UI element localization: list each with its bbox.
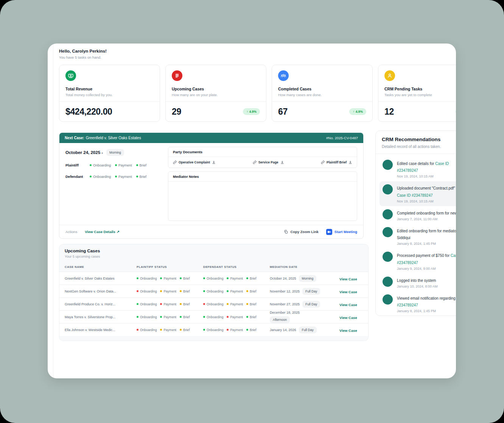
stat-cards-row: Total Revenue Total money collected by y… bbox=[59, 65, 456, 122]
link-icon bbox=[321, 160, 325, 164]
status-label: Payment bbox=[163, 315, 176, 319]
document-lines-icon bbox=[172, 70, 182, 81]
start-meeting-button[interactable]: Start Meeting bbox=[326, 229, 357, 235]
status-label: Onboarding bbox=[140, 289, 157, 293]
status-dot bbox=[90, 164, 92, 166]
copy-icon bbox=[284, 230, 288, 234]
stat-subtitle: How many are on your plate. bbox=[172, 93, 260, 97]
column-header-defendant-status: Defendant Status bbox=[203, 265, 270, 269]
party-row: Plaintiff Onboarding Payment Brief bbox=[65, 163, 164, 167]
status-label: Brief bbox=[140, 163, 147, 167]
mediation-date-cell: January 14, 2026 Full Day bbox=[270, 327, 321, 333]
defendant-status-cell: Onboarding Payment Brief bbox=[203, 277, 270, 280]
user-icon bbox=[384, 70, 395, 81]
status-dot bbox=[160, 290, 162, 292]
crm-activity-item[interactable]: Edited onboarding form for mediator Sidd… bbox=[380, 224, 456, 249]
status-dot bbox=[227, 277, 229, 279]
status-item: Brief bbox=[246, 302, 256, 306]
status-label: Payment bbox=[230, 277, 243, 280]
status-dot bbox=[203, 290, 205, 292]
party-documents-row: Operative Complaint Service Page Plainti… bbox=[168, 157, 357, 168]
status-item: Payment bbox=[160, 277, 176, 280]
status-label: Onboarding bbox=[207, 289, 223, 293]
next-case-banner: Next Case: Greenfield v. Silver Oaks Est… bbox=[59, 133, 363, 143]
status-dot bbox=[115, 164, 117, 166]
defendant-status-cell: Onboarding Payment Brief bbox=[203, 289, 270, 293]
crm-activity-text: Edited case details for Case ID #2347892… bbox=[397, 162, 449, 173]
stat-title: CRM Pending Tasks bbox=[384, 87, 456, 91]
stat-card: Total Revenue Total money collected by y… bbox=[59, 65, 160, 122]
crm-activity-item[interactable]: Edited case details for Case ID #2347892… bbox=[380, 157, 456, 181]
case-actions-bar: Actions View Case Details ↗ Copy Zoom Li… bbox=[59, 225, 363, 238]
crm-activity-item[interactable]: Processed payment of $750 for Case #2347… bbox=[380, 249, 456, 273]
view-case-link[interactable]: View Case bbox=[339, 290, 357, 294]
plaintiff-status-cell: Onboarding Payment Brief bbox=[137, 302, 203, 306]
status-label: Brief bbox=[140, 175, 147, 179]
case-schedule-block: October 24, 2025 - Morning Plaintiff Onb… bbox=[65, 149, 164, 179]
status-label: Brief bbox=[250, 277, 256, 280]
view-case-details-link[interactable]: View Case Details ↗ bbox=[85, 230, 120, 234]
view-case-link[interactable]: View Case bbox=[339, 316, 357, 320]
status-dot bbox=[203, 277, 205, 279]
case-name-cell: Greenfield v. Silver Oaks Estates bbox=[65, 277, 137, 280]
status-dot bbox=[246, 303, 248, 305]
status-dot bbox=[227, 290, 229, 292]
column-header-mediation-date: Mediation Date bbox=[270, 265, 327, 269]
arrow-up-icon: ↑ bbox=[246, 110, 248, 114]
case-name-cell: Greenfield Produce Co. v. Horiz... bbox=[65, 302, 137, 306]
view-case-link[interactable]: View Case bbox=[339, 277, 357, 281]
status-item: Brief bbox=[136, 175, 147, 179]
status-dot bbox=[227, 329, 229, 331]
status-dot bbox=[227, 316, 229, 318]
status-label: Onboarding bbox=[93, 163, 111, 167]
mediator-notes-box: Mediator Notes bbox=[168, 171, 357, 221]
crm-activity-item[interactable]: Viewed email notification regarding Case… bbox=[380, 291, 456, 316]
stat-subtitle: How many cases are done. bbox=[278, 93, 366, 97]
status-dot bbox=[227, 303, 229, 305]
document-link[interactable]: Service Page bbox=[253, 160, 284, 164]
crm-activity-item[interactable]: Logged into the system January 10, 2024,… bbox=[380, 274, 456, 291]
document-link[interactable]: Operative Complaint bbox=[173, 160, 216, 164]
case-date: October 24, 2025 - bbox=[65, 150, 103, 155]
status-item: Brief bbox=[180, 277, 190, 280]
avatar bbox=[383, 227, 393, 237]
status-label: Onboarding bbox=[140, 302, 157, 306]
status-dot bbox=[137, 316, 138, 318]
status-item: Onboarding bbox=[137, 289, 157, 293]
status-dot bbox=[180, 303, 182, 305]
crm-activity-item[interactable]: Uploaded document "Contract.pdf" for Cas… bbox=[380, 181, 456, 206]
copy-zoom-link-button[interactable]: Copy Zoom Link bbox=[284, 230, 318, 234]
status-dot bbox=[246, 277, 248, 279]
view-case-link[interactable]: View Case bbox=[339, 328, 357, 333]
case-name-cell: NextGen Software v. Orion Data... bbox=[65, 289, 137, 293]
stat-card: Completed Cases How many cases are done.… bbox=[272, 65, 373, 122]
table-row: Greenfield v. Silver Oaks Estates Onboar… bbox=[59, 272, 368, 285]
column-header-case-name: Case Name bbox=[65, 265, 137, 269]
mediation-date-cell: October 24, 2025 Morning bbox=[270, 275, 321, 282]
crm-activity-item[interactable]: Completed onboarding form for new client… bbox=[380, 206, 456, 224]
mediator-notes-input[interactable] bbox=[168, 182, 357, 221]
crm-activity-text: Uploaded document "Contract.pdf" for Cas… bbox=[397, 186, 456, 197]
status-item: Onboarding bbox=[203, 302, 223, 306]
status-item: Onboarding bbox=[137, 277, 157, 280]
status-dot bbox=[246, 316, 248, 318]
party-label: Defendant bbox=[65, 174, 90, 179]
document-name: Operative Complaint bbox=[179, 160, 210, 164]
party-status-group: Onboarding Payment Brief bbox=[90, 175, 146, 179]
stat-value: 29 bbox=[172, 107, 181, 117]
document-name: Plaintiff Brief bbox=[327, 160, 347, 164]
status-dot bbox=[115, 176, 117, 177]
crm-activity-time: January 9, 2024, 9:00 AM bbox=[397, 267, 456, 271]
status-label: Onboarding bbox=[140, 277, 157, 280]
actions-label: Actions bbox=[65, 230, 77, 234]
view-case-link[interactable]: View Case bbox=[339, 303, 357, 307]
status-dot bbox=[160, 303, 162, 305]
case-documents-block: Party Documents Operative Complaint Serv… bbox=[168, 147, 357, 221]
status-item: Payment bbox=[160, 302, 176, 306]
status-item: Onboarding bbox=[203, 289, 223, 293]
case-id-link[interactable]: Case ID #234789247 bbox=[397, 193, 433, 198]
table-row: Maya Torres v. Silverstone Prop... Onboa… bbox=[59, 310, 368, 323]
stat-value: 12 bbox=[384, 107, 394, 117]
document-link[interactable]: Plaintiff Brief bbox=[321, 160, 352, 164]
status-label: Brief bbox=[250, 328, 256, 332]
